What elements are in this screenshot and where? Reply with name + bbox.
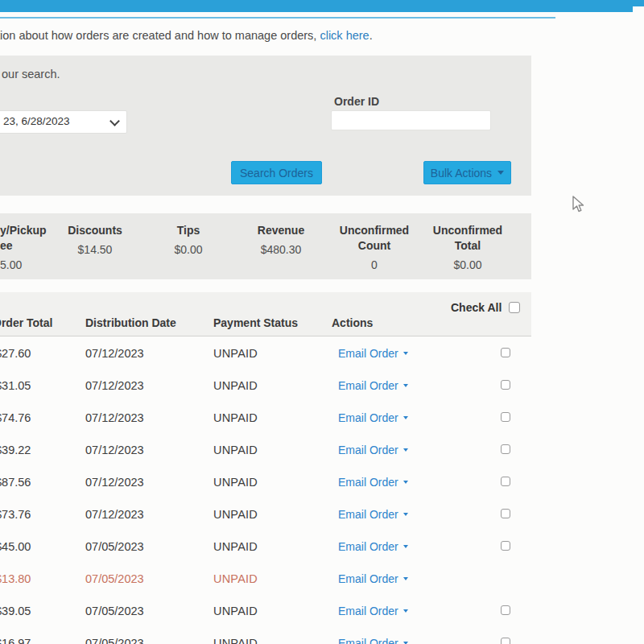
row-checkbox[interactable]: [501, 638, 510, 644]
caret-down-icon: [403, 481, 408, 484]
date-select-value: 23, 6/28/2023: [3, 115, 70, 127]
row-checkbox[interactable]: [501, 541, 510, 551]
summary-column: Unconfirmed Count 0: [328, 223, 421, 271]
order-total-cell: $45.00: [0, 540, 31, 553]
summary-value: $0.00: [421, 258, 514, 271]
distribution-date-cell: 07/05/2023: [85, 572, 144, 585]
row-checkbox[interactable]: [501, 412, 510, 422]
row-checkbox[interactable]: [501, 444, 510, 454]
email-order-dropdown[interactable]: Email Order: [338, 572, 408, 585]
order-row: $87.56 07/12/2023 UNPAID Email Order: [0, 466, 644, 498]
summary-value: 5.00: [0, 258, 56, 271]
caret-down-icon: [403, 448, 408, 452]
email-order-dropdown[interactable]: Email Order: [338, 540, 408, 553]
email-order-label: Email Order: [338, 637, 398, 644]
row-checkbox[interactable]: [501, 605, 510, 615]
email-order-dropdown[interactable]: Email Order: [338, 508, 408, 521]
email-order-label: Email Order: [338, 411, 398, 424]
summary-column: Revenue $480.30: [234, 223, 328, 256]
email-order-label: Email Order: [338, 476, 398, 489]
distribution-date-cell: 07/12/2023: [85, 347, 144, 360]
row-checkbox[interactable]: [501, 348, 510, 357]
order-row: $74.76 07/12/2023 UNPAID Email Order: [0, 402, 644, 434]
header-distribution-date: Distribution Date: [85, 316, 176, 329]
order-total-cell: $31.05: [0, 379, 31, 392]
email-order-label: Email Order: [338, 444, 398, 456]
header-actions: Actions: [332, 316, 373, 329]
header-payment-status: Payment Status: [213, 316, 298, 329]
order-row: $31.05 07/12/2023 UNPAID Email Order: [0, 369, 644, 402]
summary-label: Revenue: [234, 223, 328, 238]
order-row: $16.97 07/05/2023 UNPAID Email Order: [0, 627, 644, 644]
search-hint-text: our search.: [2, 68, 60, 80]
email-order-label: Email Order: [338, 605, 398, 617]
email-order-dropdown[interactable]: Email Order: [338, 605, 408, 617]
bulk-actions-button[interactable]: Bulk Actions: [423, 161, 511, 184]
email-order-dropdown[interactable]: Email Order: [338, 411, 408, 424]
email-order-label: Email Order: [338, 572, 398, 585]
summary-column: Discounts $14.50: [48, 223, 142, 256]
distribution-date-select[interactable]: 23, 6/28/2023: [0, 110, 127, 134]
top-accent-bar: [0, 0, 644, 12]
orders-table-body: $27.60 07/12/2023 UNPAID Email Order $31…: [0, 337, 644, 644]
distribution-date-cell: 07/05/2023: [85, 540, 144, 553]
order-total-cell: $39.22: [0, 444, 31, 456]
row-checkbox[interactable]: [501, 509, 510, 518]
summary-label: Tips: [142, 223, 235, 238]
summary-column: Unconfirmed Total $0.00: [421, 223, 514, 271]
summary-value: $14.50: [48, 243, 142, 256]
order-total-cell: $87.56: [0, 476, 31, 489]
order-id-input[interactable]: [331, 110, 491, 130]
orders-admin-page: tion about how orders are created and ho…: [0, 0, 644, 644]
summary-value: $0.00: [142, 243, 235, 256]
caret-down-icon: [403, 352, 408, 355]
caret-down-icon: [403, 577, 408, 580]
email-order-dropdown[interactable]: Email Order: [338, 347, 408, 360]
distribution-date-cell: 07/05/2023: [85, 637, 144, 644]
order-total-cell: $16.97: [0, 637, 31, 644]
payment-status-cell: UNPAID: [213, 347, 258, 360]
order-total-cell: $74.76: [0, 411, 31, 424]
search-orders-button[interactable]: Search Orders: [231, 161, 322, 184]
email-order-dropdown[interactable]: Email Order: [338, 476, 408, 489]
header-order-total: Order Total: [0, 316, 52, 329]
order-row: $73.76 07/12/2023 UNPAID Email Order: [0, 498, 644, 530]
payment-status-cell: UNPAID: [213, 637, 258, 644]
caret-down-icon: [403, 545, 408, 548]
check-all-control: Check All: [451, 301, 520, 314]
caret-down-icon: [403, 416, 408, 419]
orders-table-header: Check All Order Total Distribution Date …: [0, 292, 531, 336]
email-order-dropdown[interactable]: Email Order: [338, 379, 408, 392]
summary-column: Tips $0.00: [142, 223, 235, 256]
row-checkbox[interactable]: [501, 477, 510, 486]
header-divider: [0, 17, 555, 19]
distribution-date-cell: 07/12/2023: [85, 411, 144, 424]
order-total-cell: $27.60: [0, 347, 31, 360]
row-checkbox[interactable]: [501, 380, 510, 390]
summary-value: 0: [328, 258, 421, 271]
order-id-label: Order ID: [334, 95, 379, 108]
order-row: $45.00 07/05/2023 UNPAID Email Order: [0, 530, 644, 563]
caret-down-icon: [497, 171, 504, 175]
click-here-link[interactable]: click here: [320, 29, 369, 42]
distribution-date-cell: 07/12/2023: [85, 444, 144, 456]
payment-status-cell: UNPAID: [213, 508, 258, 521]
email-order-dropdown[interactable]: Email Order: [338, 444, 408, 456]
order-row: $39.05 07/05/2023 UNPAID Email Order: [0, 595, 644, 627]
distribution-date-cell: 07/12/2023: [85, 508, 144, 521]
payment-status-cell: UNPAID: [213, 476, 258, 489]
distribution-date-cell: 07/12/2023: [85, 476, 144, 489]
payment-status-cell: UNPAID: [213, 444, 258, 456]
order-total-cell: $39.05: [0, 605, 31, 617]
check-all-checkbox[interactable]: [509, 302, 520, 313]
summary-label: Unconfirmed Total: [421, 223, 514, 254]
distribution-date-cell: 07/12/2023: [85, 379, 144, 392]
caret-down-icon: [403, 384, 408, 387]
summary-value: $480.30: [234, 243, 328, 256]
email-order-dropdown[interactable]: Email Order: [338, 637, 408, 644]
distribution-date-cell: 07/05/2023: [85, 605, 144, 617]
email-order-label: Email Order: [338, 347, 398, 360]
order-row: $13.80 07/05/2023 UNPAID Email Order: [0, 563, 644, 595]
summary-label: Unconfirmed Count: [328, 223, 421, 254]
payment-status-cell: UNPAID: [213, 572, 258, 585]
